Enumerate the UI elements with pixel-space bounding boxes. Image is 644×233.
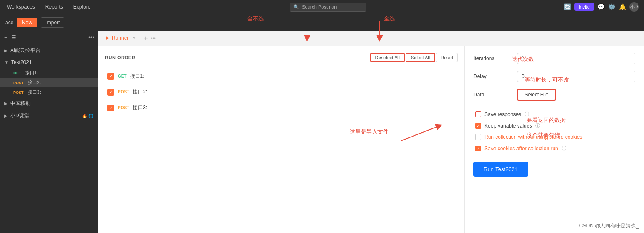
post3-label: 接口3: [28, 89, 41, 96]
method-post-3: POST [118, 105, 129, 110]
sync-icon: 🔄 [564, 3, 571, 10]
sidebar-more-icon[interactable]: ••• [88, 34, 94, 41]
iterations-row: Iterations [473, 53, 635, 64]
search-icon: 🔍 [293, 4, 299, 10]
method-get-1: GET [118, 74, 127, 79]
new-button[interactable]: New [17, 18, 37, 27]
request-item-2: ✓ POST 接口2: [105, 85, 458, 99]
space-label: ace [5, 20, 13, 26]
iterations-input[interactable] [517, 53, 635, 64]
checkbox-2[interactable]: ✓ [107, 89, 114, 96]
arrow-icon: ▶ [4, 48, 8, 53]
content-area: ▶ Runner ✕ + ••• RUN ORDER Deselect All … [98, 31, 644, 233]
avatar-label: 小D [630, 4, 638, 10]
xiaod-icons: 🔥 🌐 [82, 114, 93, 118]
sidebar-item-ai[interactable]: ▶ Ai能云控平台 [0, 44, 98, 57]
sidebar-item-test2021-label: Test2021 [11, 59, 93, 65]
post2-label: 接口2: [28, 79, 41, 86]
sidebar-item-test2021[interactable]: ▼ Test2021 [0, 57, 98, 68]
runner-panel: RUN ORDER Deselect All Select All Reset … [98, 46, 644, 233]
sidebar-item-china-mobile-label: 中国移动 [10, 100, 93, 107]
get-method-badge: GET [12, 70, 23, 76]
req-name-1: 接口1: [130, 73, 145, 80]
request-item-1: ✓ GET 接口1: [105, 69, 458, 83]
sidebar-item-xiaod-label: 小D课堂 [10, 112, 79, 119]
run-collection-btn[interactable]: Run Test2021 [473, 162, 528, 177]
select-file-btn[interactable]: Select File [517, 89, 556, 101]
run-order-section: RUN ORDER Deselect All Select All Reset … [98, 46, 465, 233]
save-cookies-checkbox[interactable]: ✓ [475, 146, 481, 151]
search-placeholder: Search Postman [302, 4, 337, 9]
arrow-icon-down: ▼ [4, 60, 9, 65]
run-order-title: RUN ORDER [105, 55, 135, 60]
checkbox-1[interactable]: ✓ [107, 73, 114, 80]
run-order-actions: Deselect All Select All Reset [370, 53, 458, 62]
sidebar-item-ai-label: Ai能云控平台 [10, 47, 93, 54]
runner-tab-icon: ▶ [106, 35, 109, 41]
keep-variable-checkbox[interactable]: ✓ [475, 123, 481, 129]
search-bar[interactable]: 🔍 Search Postman [290, 3, 366, 12]
chat-icon: 💬 [598, 3, 605, 10]
invite-button[interactable]: Invite [574, 3, 594, 11]
avatar: 小D [629, 2, 639, 12]
delay-label: Delay [473, 73, 512, 79]
run-without-cookies-checkbox[interactable] [475, 134, 481, 140]
config-section: Iterations Delay Data Select File [465, 46, 644, 233]
tab-more-btn[interactable]: ••• [151, 35, 156, 41]
req-name-3: 接口3: [133, 104, 147, 111]
post3-method-badge: POST [12, 90, 25, 95]
tab-add-btn[interactable]: + [141, 35, 150, 42]
save-responses-label: Save responses [484, 111, 521, 117]
delay-row: Delay [473, 71, 635, 82]
reset-btn[interactable]: Reset [436, 53, 458, 62]
run-order-header: RUN ORDER Deselect All Select All Reset [105, 53, 458, 62]
select-all-btn[interactable]: Select All [406, 53, 435, 62]
sidebar: + ☰ ••• ▶ Ai能云控平台 ▼ Test2021 GET 接口1: PO… [0, 31, 98, 233]
top-nav: Workspaces Reports Explore 🔍 Search Post… [0, 0, 644, 14]
deselect-all-btn[interactable]: Deselect All [370, 53, 405, 62]
keep-variable-row: ✓ Keep variable values ⓘ [473, 122, 635, 129]
save-responses-row: Save responses ⓘ [473, 111, 635, 117]
main-layout: + ☰ ••• ▶ Ai能云控平台 ▼ Test2021 GET 接口1: PO… [0, 31, 644, 233]
arrow-icon-mobile: ▶ [4, 101, 8, 106]
sidebar-sub-get1[interactable]: GET 接口1: [0, 68, 98, 78]
save-responses-checkbox[interactable] [475, 111, 481, 117]
watermark: CSDN @人间有味是清欢_ [579, 222, 639, 230]
arrow-icon-xiaod: ▶ [4, 114, 8, 118]
sidebar-item-xiaod[interactable]: ▶ 小D课堂 🔥 🌐 [0, 110, 98, 122]
sidebar-sub-post3[interactable]: POST 接口3: [0, 87, 98, 97]
add-sidebar-icon[interactable]: + [3, 33, 9, 41]
tab-bar: ▶ Runner ✕ + ••• [98, 31, 644, 46]
save-cookies-label: Save cookies after collection run [484, 146, 558, 151]
delay-input[interactable] [517, 71, 635, 82]
iterations-label: Iterations [473, 55, 512, 61]
top-nav-right: 🔄 Invite 💬 ⚙️ 🔔 小D [564, 2, 639, 12]
nav-workspaces[interactable]: Workspaces [5, 3, 37, 11]
runner-tab-label: Runner [112, 35, 128, 41]
second-nav: ace New Import [0, 14, 644, 31]
run-without-cookies-label: Run collection without using stored cook… [484, 134, 582, 140]
filter-sidebar-icon[interactable]: ☰ [10, 33, 17, 41]
sidebar-item-china-mobile[interactable]: ▶ 中国移动 [0, 97, 98, 110]
settings-icon: ⚙️ [608, 3, 615, 10]
get1-label: 接口1: [25, 70, 38, 76]
nav-explore[interactable]: Explore [72, 3, 93, 11]
nav-reports[interactable]: Reports [44, 3, 65, 11]
sidebar-toolbar: + ☰ ••• [0, 31, 98, 44]
search-container: 🔍 Search Postman [290, 3, 366, 12]
page-wrapper: Workspaces Reports Explore 🔍 Search Post… [0, 0, 644, 233]
save-cookies-info[interactable]: ⓘ [562, 145, 566, 151]
save-responses-info[interactable]: ⓘ [525, 111, 529, 117]
runner-tab[interactable]: ▶ Runner ✕ [102, 32, 141, 44]
run-without-cookies-row: Run collection without using stored cook… [473, 134, 635, 140]
data-row: Data Select File [473, 89, 635, 101]
data-label: Data [473, 92, 512, 98]
tab-close-btn[interactable]: ✕ [131, 35, 137, 41]
import-button[interactable]: Import [41, 17, 64, 28]
keep-variable-label: Keep variable values [484, 123, 532, 129]
sidebar-sub-post2[interactable]: POST 接口2: [0, 78, 98, 87]
req-name-2: 接口2: [133, 88, 147, 96]
save-cookies-row: ✓ Save cookies after collection run ⓘ [473, 145, 635, 151]
checkbox-3[interactable]: ✓ [107, 105, 114, 111]
keep-variable-info[interactable]: ⓘ [535, 122, 540, 129]
